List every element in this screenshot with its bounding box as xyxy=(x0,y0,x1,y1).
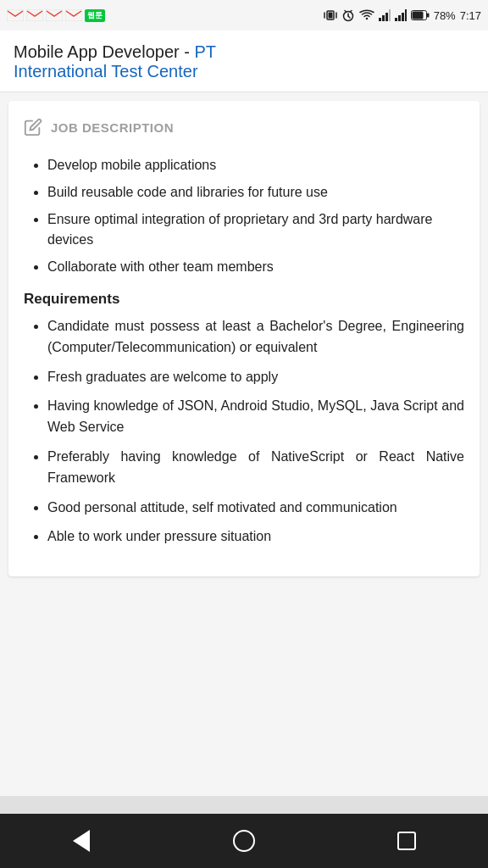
list-item: Build reusable code and libraries for fu… xyxy=(47,182,464,203)
status-bar: 웹툰 xyxy=(0,0,488,31)
gmail-icon-1 xyxy=(7,9,24,21)
webtoon-badge: 웹툰 xyxy=(85,9,105,22)
svg-rect-2 xyxy=(46,9,63,21)
content-area: JOB DESCRIPTION Develop mobile applicati… xyxy=(0,92,488,796)
svg-rect-0 xyxy=(7,9,24,21)
svg-rect-1 xyxy=(26,9,43,21)
list-item: Collaborate with other team members xyxy=(47,257,464,277)
edit-icon xyxy=(24,118,42,136)
list-item: Able to work under pressure situation xyxy=(47,526,464,548)
home-button[interactable] xyxy=(219,824,269,858)
battery-icon xyxy=(411,10,430,20)
alarm-icon xyxy=(341,8,355,22)
svg-line-10 xyxy=(348,16,350,18)
page-title: Mobile App Developer - PT International … xyxy=(14,42,474,81)
signal-icon-2 xyxy=(395,9,407,21)
section-header: JOB DESCRIPTION xyxy=(24,118,464,142)
list-item: Good personal attitude, self motivated a… xyxy=(47,498,464,519)
time-display: 7:17 xyxy=(460,9,481,22)
list-item: Candidate must possess at least a Bachel… xyxy=(47,316,464,359)
svg-rect-22 xyxy=(412,12,423,19)
svg-rect-17 xyxy=(395,18,397,21)
bottom-navigation xyxy=(0,814,488,868)
title-bar: Mobile App Developer - PT International … xyxy=(0,31,488,92)
company-name: International Test Center xyxy=(14,62,198,81)
svg-line-12 xyxy=(350,11,352,13)
requirements-list: Candidate must possess at least a Bachel… xyxy=(24,316,464,548)
company-prefix: PT xyxy=(194,42,216,61)
list-item: Ensure optimal integration of proprietar… xyxy=(47,209,464,250)
svg-rect-3 xyxy=(65,9,82,21)
svg-rect-16 xyxy=(389,9,391,21)
job-title-text: Mobile App Developer - xyxy=(14,42,194,61)
svg-rect-5 xyxy=(328,13,332,19)
status-indicators: 78% 7:17 xyxy=(324,8,481,22)
list-item: Preferably having knowledge of NativeScr… xyxy=(47,447,464,489)
home-icon xyxy=(233,830,255,852)
vibrate-icon xyxy=(324,8,337,22)
recents-icon xyxy=(397,832,416,850)
job-description-card: JOB DESCRIPTION Develop mobile applicati… xyxy=(8,101,480,576)
svg-rect-13 xyxy=(379,18,381,21)
list-item: Fresh graduates are welcome to apply xyxy=(47,367,464,388)
notification-icons: 웹툰 xyxy=(7,9,105,22)
section-title: JOB DESCRIPTION xyxy=(51,120,174,135)
gmail-icon-2 xyxy=(26,9,43,21)
gmail-icon-4 xyxy=(65,9,82,21)
gmail-icon-3 xyxy=(46,9,63,21)
back-icon xyxy=(73,830,90,852)
svg-rect-15 xyxy=(385,13,388,21)
svg-rect-18 xyxy=(398,15,401,21)
svg-line-11 xyxy=(345,11,347,13)
description-list: Develop mobile applications Build reusab… xyxy=(24,155,464,277)
svg-rect-20 xyxy=(405,9,407,21)
list-item: Having knowledge of JSON, Android Studio… xyxy=(47,396,464,438)
svg-rect-19 xyxy=(402,13,404,21)
svg-rect-14 xyxy=(382,15,385,21)
list-item: Develop mobile applications xyxy=(47,155,464,175)
svg-rect-23 xyxy=(427,14,430,18)
battery-percentage: 78% xyxy=(434,9,456,22)
back-button[interactable] xyxy=(56,824,107,858)
signal-icon xyxy=(379,9,391,21)
requirements-heading: Requirements xyxy=(24,291,464,308)
wifi-icon xyxy=(359,9,374,21)
recents-button[interactable] xyxy=(381,824,432,858)
